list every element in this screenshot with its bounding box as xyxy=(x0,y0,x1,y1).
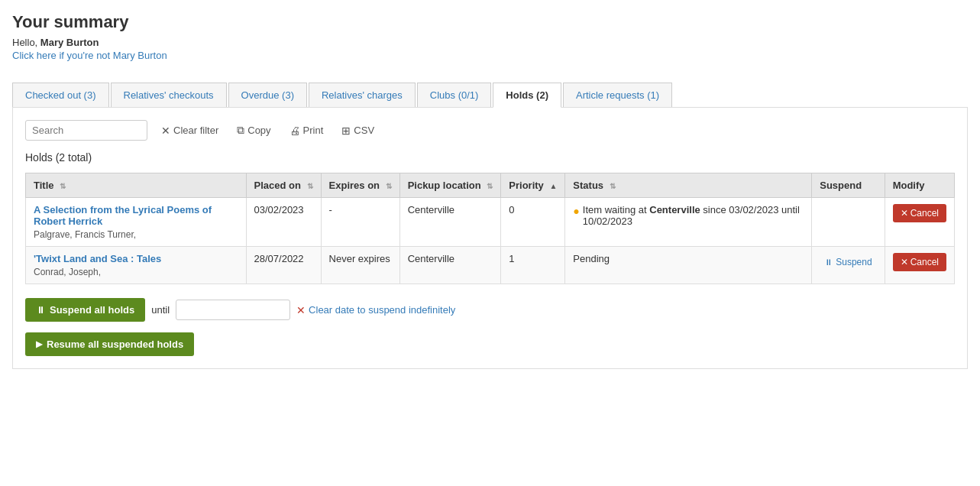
tab-article-requests[interactable]: Article requests (1) xyxy=(563,83,672,107)
col-modify: Modify xyxy=(885,173,954,198)
sort-icon-placed[interactable]: ⇅ xyxy=(307,182,313,190)
copy-button[interactable]: ⧉ Copy xyxy=(232,121,275,140)
toolbar: ✕ Clear filter ⧉ Copy 🖨 Print ⊞ CSV xyxy=(25,120,955,141)
csv-label: CSV xyxy=(354,125,374,136)
cell-title-1: 'Twixt Land and Sea : TalesConrad, Josep… xyxy=(26,247,247,284)
col-title: Title ⇅ xyxy=(26,173,247,198)
play-icon: ▶ xyxy=(36,339,42,349)
until-label: until xyxy=(151,304,170,316)
table-row: A Selection from the Lyrical Poems of Ro… xyxy=(26,198,955,247)
cell-status-1: Pending xyxy=(565,247,812,284)
suspend-all-label: Suspend all holds xyxy=(50,304,134,316)
page-title: Your summary xyxy=(12,12,968,32)
clear-filter-button[interactable]: ✕ Clear filter xyxy=(157,122,223,140)
clear-filter-label: Clear filter xyxy=(173,125,218,136)
tab-overdue[interactable]: Overdue (3) xyxy=(228,83,307,107)
x-icon: ✕ xyxy=(161,125,170,137)
sort-icon-priority[interactable]: ▲ xyxy=(549,182,557,190)
cell-expires-1: Never expires xyxy=(321,247,399,284)
suspend-button-1[interactable]: ⏸ Suspend xyxy=(820,253,876,271)
table-header: Title ⇅ Placed on ⇅ Expires on ⇅ Pickup … xyxy=(26,173,955,198)
suspend-all-button[interactable]: ⏸ Suspend all holds xyxy=(25,298,145,322)
col-status: Status ⇅ xyxy=(565,173,812,198)
title-link-1[interactable]: 'Twixt Land and Sea : Tales xyxy=(34,253,161,264)
tab-content: ✕ Clear filter ⧉ Copy 🖨 Print ⊞ CSV Hold… xyxy=(12,108,968,369)
cell-placed-0: 03/02/2023 xyxy=(246,198,321,247)
csv-icon: ⊞ xyxy=(341,125,351,137)
col-expires-on: Expires on ⇅ xyxy=(321,173,399,198)
cell-pickup-1: Centerville xyxy=(399,247,501,284)
cancel-button-0[interactable]: ✕Cancel xyxy=(893,204,946,222)
user-name: Mary Burton xyxy=(40,37,99,48)
col-suspend: Suspend xyxy=(812,173,885,198)
tab-relatives-charges[interactable]: Relatives' charges xyxy=(309,83,416,107)
resume-all-label: Resume all suspended holds xyxy=(47,339,183,350)
tab-relatives-checkouts[interactable]: Relatives' checkouts xyxy=(111,83,227,107)
print-icon: 🖨 xyxy=(289,125,300,137)
sort-icon-expires[interactable]: ⇅ xyxy=(386,182,392,190)
title-link-0[interactable]: A Selection from the Lyrical Poems of Ro… xyxy=(34,204,212,227)
author-0: Palgrave, Francis Turner, xyxy=(34,229,238,240)
cancel-button-1[interactable]: ✕Cancel xyxy=(893,253,946,271)
cell-suspend-1: ⏸ Suspend xyxy=(812,247,885,284)
search-input[interactable] xyxy=(25,120,147,141)
cell-pickup-0: Centerville xyxy=(399,198,501,247)
clear-x-icon: ✕ xyxy=(296,304,306,316)
resume-all-row: ▶ Resume all suspended holds xyxy=(25,332,955,356)
cell-status-0: ●Item waiting at Centerville since 03/02… xyxy=(565,198,812,247)
suspend-date-input[interactable] xyxy=(176,300,290,320)
pause-icon: ⏸ xyxy=(36,305,45,316)
cell-expires-0: - xyxy=(321,198,399,247)
copy-icon: ⧉ xyxy=(237,124,244,137)
copy-label: Copy xyxy=(247,125,270,136)
holds-count: Holds (2 total) xyxy=(25,151,955,164)
sort-icon-title[interactable]: ⇅ xyxy=(60,182,66,190)
csv-button[interactable]: ⊞ CSV xyxy=(337,122,379,140)
holds-table: Title ⇅ Placed on ⇅ Expires on ⇅ Pickup … xyxy=(25,173,955,284)
status-icon-0: ● xyxy=(573,205,579,217)
cancel-x-icon: ✕ xyxy=(901,208,908,219)
cell-modify-0: ✕Cancel xyxy=(885,198,954,247)
bottom-actions: ⏸ Suspend all holds until ✕ Clear date t… xyxy=(25,298,955,356)
print-button[interactable]: 🖨 Print xyxy=(285,122,328,140)
cell-placed-1: 28/07/2022 xyxy=(246,247,321,284)
resume-all-button[interactable]: ▶ Resume all suspended holds xyxy=(25,332,194,356)
sort-icon-status[interactable]: ⇅ xyxy=(610,182,616,190)
clear-date-link[interactable]: ✕ Clear date to suspend indefinitely xyxy=(296,304,455,316)
tab-checked-out[interactable]: Checked out (3) xyxy=(12,83,109,107)
print-label: Print xyxy=(303,125,324,136)
cancel-x-icon: ✕ xyxy=(901,257,908,267)
cell-priority-0: 0 xyxy=(501,198,565,247)
status-label-0: Item waiting at Centerville since 03/02/… xyxy=(583,204,804,227)
col-pickup: Pickup location ⇅ xyxy=(399,173,501,198)
cell-modify-1: ✕Cancel xyxy=(885,247,954,284)
switch-user-link[interactable]: Click here if you're not Mary Burton xyxy=(12,50,167,61)
cell-title-0: A Selection from the Lyrical Poems of Ro… xyxy=(26,198,247,247)
cell-priority-1: 1 xyxy=(501,247,565,284)
tabs-container: Checked out (3)Relatives' checkoutsOverd… xyxy=(12,83,968,108)
holds-tbody: A Selection from the Lyrical Poems of Ro… xyxy=(26,198,955,284)
col-priority: Priority ▲ xyxy=(501,173,565,198)
tab-holds[interactable]: Holds (2) xyxy=(493,83,561,108)
greeting-text: Hello, Mary Burton xyxy=(12,37,968,48)
pause-small-icon: ⏸ xyxy=(824,258,833,267)
sort-icon-pickup[interactable]: ⇅ xyxy=(487,182,493,190)
tab-clubs[interactable]: Clubs (0/1) xyxy=(417,83,492,107)
suspend-all-row: ⏸ Suspend all holds until ✕ Clear date t… xyxy=(25,298,955,322)
greeting-prefix: Hello, xyxy=(12,37,40,48)
table-row: 'Twixt Land and Sea : TalesConrad, Josep… xyxy=(26,247,955,284)
cell-suspend-0 xyxy=(812,198,885,247)
clear-date-label: Clear date to suspend indefinitely xyxy=(309,304,455,316)
author-1: Conrad, Joseph, xyxy=(34,267,238,277)
col-placed-on: Placed on ⇅ xyxy=(246,173,321,198)
